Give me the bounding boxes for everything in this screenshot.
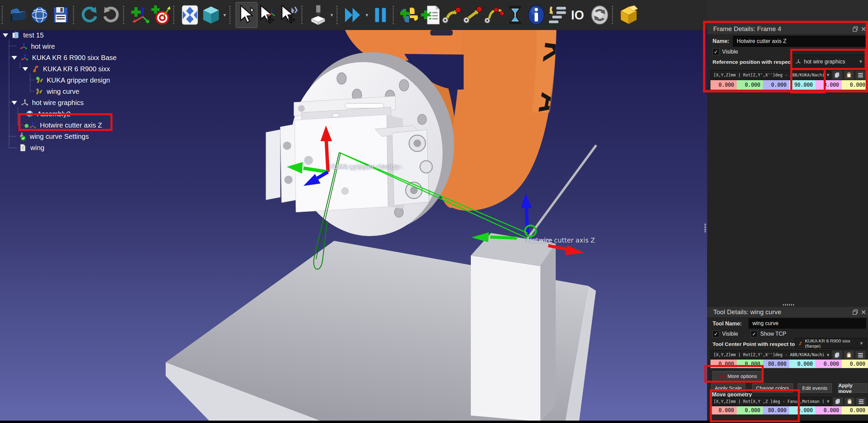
pose-cell-y[interactable]: 0.000: [737, 406, 763, 414]
pose-cell-z[interactable]: 80.000: [763, 406, 789, 414]
dock-resize-grip[interactable]: [704, 224, 706, 233]
tree-item-kuka-base[interactable]: KUKA KR 6 R900 sixx Base: [12, 53, 117, 63]
pose-cell-rx[interactable]: 0.000: [842, 360, 868, 368]
expander-icon[interactable]: [23, 67, 28, 71]
export-simulation-button[interactable]: [618, 2, 639, 28]
pose-cell-z[interactable]: 0.000: [763, 80, 789, 90]
online-library-button[interactable]: [29, 2, 50, 28]
paste-pose-button[interactable]: [843, 350, 854, 360]
edit-events-button[interactable]: Edit events: [798, 383, 832, 393]
move-reference-tool-button[interactable]: [257, 2, 279, 28]
pause-simulation-button[interactable]: [370, 2, 391, 28]
expander-icon[interactable]: [3, 33, 8, 37]
toolbar-grip[interactable]: [73, 6, 77, 24]
paste-pose-button[interactable]: [844, 397, 855, 406]
frame-pose-format-dropdown[interactable]: [X,Y,Z]mm | Rot[Z,Y',X'']deg - ABB/KUKA/…: [710, 70, 830, 79]
save-station-button[interactable]: [50, 2, 71, 28]
toolbar-grip[interactable]: [393, 6, 397, 24]
pose-menu-button[interactable]: [855, 350, 866, 360]
frame-reference-dropdown[interactable]: hot wire graphics ▼: [792, 55, 866, 69]
tool-details-titlebar[interactable]: Tool Details: wing curve: [707, 307, 868, 317]
tree-item-assembly2[interactable]: Assembly2: [25, 109, 71, 119]
tool-name-input[interactable]: wing curve: [749, 318, 866, 329]
pose-cell-y[interactable]: 0.000: [737, 360, 763, 368]
tree-item-kuka-robot[interactable]: KUKA KR 6 R900 sixx: [23, 64, 110, 74]
pose-cell-rz[interactable]: 0.000: [789, 360, 815, 368]
pose-cell-y[interactable]: 0.000: [737, 80, 763, 90]
add-target-button[interactable]: [150, 2, 171, 28]
pose-cell-ry[interactable]: 0.000: [815, 406, 842, 414]
tree-item-test-15[interactable]: test 15: [3, 30, 44, 40]
fit-view-button[interactable]: [179, 2, 200, 28]
tool-pose-format-dropdown[interactable]: [X,Y,Z]mm | Rot[Z,Y',X'']deg - ABB/KUKA/…: [710, 350, 830, 359]
select-tool-button[interactable]: [236, 2, 257, 28]
apply-scale-button[interactable]: Apply Scale: [711, 383, 745, 393]
toolbar-grip[interactable]: [612, 6, 616, 24]
pose-menu-button[interactable]: [855, 70, 866, 80]
3d-view-button[interactable]: [200, 2, 222, 28]
pose-cell-x[interactable]: 0.000: [710, 406, 737, 414]
io-instruction-button[interactable]: IO: [568, 2, 589, 28]
move-geometry-format-dropdown[interactable]: [X,Y,Z]mm | Rot[X,Y ,Z ]deg - Fanuc,Moto…: [710, 397, 831, 406]
pose-cell-rz[interactable]: 90.000: [789, 80, 815, 90]
toolbar-grip[interactable]: [229, 6, 234, 24]
close-panel-icon[interactable]: [860, 309, 867, 315]
pose-menu-button[interactable]: [856, 397, 867, 406]
tree-item-hotwire-cutter-axis-z[interactable]: Hotwire cutter axis Z: [24, 120, 102, 130]
tree-item-hot-wire-graphics[interactable]: hot wire graphics: [12, 98, 84, 108]
show-message-instruction-button[interactable]: [526, 2, 547, 28]
float-panel-icon[interactable]: [852, 309, 858, 315]
pose-cell-rx[interactable]: 0.000: [789, 406, 815, 414]
pose-cell-x[interactable]: 0.000: [710, 360, 737, 368]
copy-pose-button[interactable]: [832, 70, 843, 80]
pose-cell-x[interactable]: 0.000: [710, 80, 737, 90]
toolbar-grip[interactable]: [123, 6, 128, 24]
move-circular-instruction-button[interactable]: [483, 2, 505, 28]
tool-visible-checkbox[interactable]: [713, 331, 719, 337]
show-tcp-checkbox[interactable]: [751, 331, 758, 337]
tree-item-wing-curve-settings[interactable]: wing curve Settings: [18, 131, 89, 142]
add-program-button[interactable]: [420, 2, 441, 28]
tree-item-kuka-gripper-design[interactable]: KUKA gripper design: [35, 75, 110, 85]
simulation-speed-dropdown-arrow[interactable]: ▾: [364, 12, 370, 18]
move-joint-instruction-button[interactable]: [441, 2, 462, 28]
apply-move-button[interactable]: Apply move: [838, 383, 867, 393]
pose-cell-rx[interactable]: 0.000: [842, 80, 868, 90]
open-project-button[interactable]: [8, 2, 29, 28]
change-colors-button[interactable]: Change colors: [752, 383, 793, 393]
draw-dropdown-arrow[interactable]: ▾: [329, 12, 335, 18]
update-program-button[interactable]: [589, 2, 610, 28]
tcp-reference-dropdown[interactable]: KUKA KR 6 R900 sixx (flange) ▼: [795, 338, 867, 349]
copy-pose-button[interactable]: [832, 350, 843, 360]
pose-cell-rz[interactable]: 0.000: [842, 406, 868, 414]
tree-item-hot-wire[interactable]: hot wire: [19, 41, 55, 52]
expander-icon[interactable]: [12, 101, 17, 105]
pose-cell-z[interactable]: 80.000: [763, 360, 789, 368]
draw-on-object-button[interactable]: [308, 2, 329, 28]
fast-simulation-button[interactable]: [343, 2, 364, 28]
float-panel-icon[interactable]: [852, 26, 858, 32]
paste-pose-button[interactable]: [843, 70, 854, 80]
frame-details-titlebar[interactable]: Frame Details: Frame 4: [707, 24, 868, 34]
more-options-button[interactable]: More options: [713, 371, 764, 381]
move-tool-tcp-button[interactable]: [279, 2, 300, 28]
wait-instruction-button[interactable]: [505, 2, 526, 28]
toolbar-grip[interactable]: [301, 6, 306, 24]
toolbar-grip[interactable]: [336, 6, 341, 24]
close-panel-icon[interactable]: [860, 26, 867, 32]
expander-icon[interactable]: [12, 56, 17, 60]
frame-visible-checkbox[interactable]: [713, 48, 719, 55]
program-structure-button[interactable]: [547, 2, 568, 28]
toolbar-grip[interactable]: [2, 6, 6, 24]
add-reference-frame-button[interactable]: [129, 2, 150, 28]
pose-cell-ry[interactable]: 0.000: [815, 80, 842, 90]
frame-name-input[interactable]: Hotwire cutter axis Z: [733, 36, 866, 47]
redo-button[interactable]: [100, 2, 121, 28]
view-dropdown-arrow[interactable]: ▾: [222, 12, 228, 18]
move-linear-instruction-button[interactable]: [462, 2, 483, 28]
3d-viewport[interactable]: K A: [0, 30, 707, 423]
copy-pose-button[interactable]: [833, 397, 843, 406]
tree-item-wing[interactable]: wing: [18, 143, 44, 153]
tree-item-wing-curve[interactable]: wing curve: [35, 86, 79, 97]
toolbar-grip[interactable]: [173, 6, 178, 24]
